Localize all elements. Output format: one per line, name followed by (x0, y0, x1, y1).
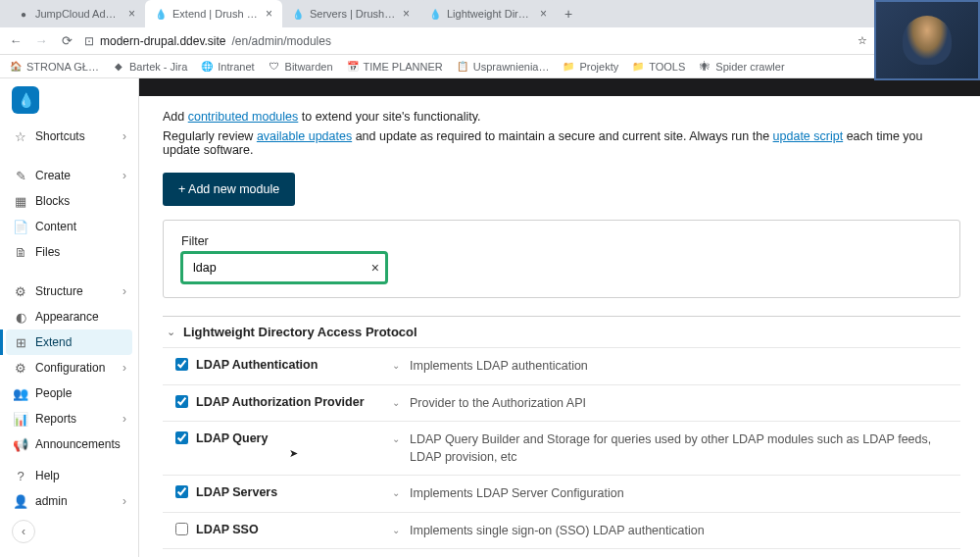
sidebar-item-shortcuts[interactable]: ☆Shortcuts (6, 124, 132, 149)
bookmark-icon: 🛡 (269, 61, 280, 73)
main-content: Add contributed modules to extend your s… (139, 78, 980, 557)
bookmark[interactable]: ◆Bartek - Jira (113, 61, 187, 73)
file-icon: 🗎 (14, 245, 27, 259)
sidebar-collapse-button[interactable]: ‹ (12, 520, 35, 543)
bookmark-icon: 🏠 (10, 61, 22, 73)
browser-tab[interactable]: 💧 Lightweight Directory A × (419, 0, 557, 27)
bookmark[interactable]: 📅TIME PLANNER (347, 61, 443, 73)
sidebar-label: Shortcuts (35, 129, 85, 143)
module-checkbox[interactable] (175, 523, 188, 535)
tab-title: JumpCloud Admin Port (35, 8, 122, 20)
close-icon[interactable]: × (403, 7, 410, 21)
sidebar-label: Create (35, 169, 71, 182)
bookmark-icon: ◆ (113, 61, 124, 73)
module-row: LDAP Query ⌄ LDAP Query Builder and Stor… (163, 421, 960, 475)
sidebar-item-content[interactable]: 📄Content (6, 214, 132, 239)
module-description: LDAP Query Builder and Storage for queri… (410, 430, 956, 466)
bookmark-icon: 🌐 (201, 61, 213, 73)
sidebar-item-configuration[interactable]: ⚙Configuration (6, 355, 132, 380)
tab-favicon: ● (18, 8, 29, 20)
url-bar[interactable]: ⊡ modern-drupal.ddev.site/en/admin/modul… (84, 34, 845, 48)
contributed-modules-link[interactable]: contributed modules (188, 110, 299, 124)
bookmark[interactable]: 📁Projekty (563, 61, 618, 73)
bookmark[interactable]: 🛡Bitwarden (269, 61, 333, 73)
reload-button[interactable]: ⟳ (59, 33, 74, 49)
chevron-down-icon[interactable]: ⌄ (392, 484, 410, 498)
site-info-icon[interactable]: ⊡ (84, 34, 94, 48)
bookmark-label: TIME PLANNER (364, 61, 443, 73)
bookmark-label: Bartek - Jira (129, 61, 187, 73)
module-row: LDAP SSO Auth ⌄ This is the LDAP SSO Aut… (163, 548, 960, 557)
group-header[interactable]: ⌄ Lightweight Directory Access Protocol (163, 316, 960, 347)
available-updates-link[interactable]: available updates (257, 129, 352, 143)
sidebar-item-blocks[interactable]: ▦Blocks (6, 188, 132, 214)
bookmark[interactable]: 📋Usprawnienia… (457, 61, 550, 73)
help-icon: ? (14, 469, 27, 482)
browser-tab[interactable]: 💧 Servers | Drush Site-Ins × (282, 0, 419, 27)
sidebar-item-help[interactable]: ?Help (6, 463, 132, 488)
page-banner (139, 78, 980, 96)
module-checkbox[interactable] (175, 431, 188, 444)
sidebar-label: admin (35, 494, 68, 508)
new-tab-button[interactable]: + (557, 6, 580, 22)
module-name: LDAP SSO (196, 522, 392, 536)
announce-icon: 📢 (14, 437, 27, 451)
filter-card: Filter × (163, 220, 960, 298)
close-icon[interactable]: × (266, 7, 272, 21)
bookmark[interactable]: 📁TOOLS (632, 61, 685, 73)
sidebar-label: Reports (35, 412, 76, 426)
sidebar-item-people[interactable]: 👥People (6, 380, 132, 406)
sidebar-item-create[interactable]: ✎Create (6, 163, 132, 188)
sidebar-item-structure[interactable]: ⚙Structure (6, 278, 132, 304)
bookmark[interactable]: 🏠STRONA GŁ… (10, 61, 99, 73)
bookmark-icon: 📁 (632, 61, 644, 73)
extend-icon: ⊞ (14, 335, 27, 349)
tab-title: Lightweight Directory A (447, 8, 534, 20)
bookmarks-bar: 🏠STRONA GŁ… ◆Bartek - Jira 🌐Intranet 🛡Bi… (0, 55, 980, 78)
browser-tab[interactable]: ● JumpCloud Admin Port × (8, 0, 145, 27)
module-checkbox[interactable] (175, 485, 188, 498)
module-description: Implements single sign-on (SSO) LDAP aut… (410, 522, 956, 540)
module-row: LDAP SSO ⌄ Implements single sign-on (SS… (163, 512, 960, 549)
chevron-down-icon[interactable]: ⌄ (392, 357, 410, 371)
sidebar-item-appearance[interactable]: ◐Appearance (6, 304, 132, 329)
close-icon[interactable]: × (128, 7, 135, 21)
update-script-link[interactable]: update script (773, 129, 844, 143)
sidebar-item-admin[interactable]: 👤admin (6, 488, 132, 514)
back-button[interactable]: ← (8, 33, 24, 49)
bookmark-icon: 📅 (347, 61, 359, 73)
bookmark-label: TOOLS (649, 61, 685, 73)
bookmark[interactable]: 🌐Intranet (201, 61, 254, 73)
chevron-down-icon[interactable]: ⌄ (392, 394, 410, 408)
add-new-module-button[interactable]: + Add new module (163, 173, 295, 206)
bookmark[interactable]: 🕷Spider crawler (699, 61, 784, 73)
intro-text-2: Regularly review available updates and u… (163, 129, 960, 157)
close-icon[interactable]: × (540, 7, 547, 21)
star-icon: ☆ (14, 129, 27, 143)
filter-input[interactable] (181, 252, 387, 283)
app-container: 💧 ☆Shortcuts ✎Create ▦Blocks 📄Content 🗎F… (0, 78, 980, 557)
webcam-overlay (874, 0, 980, 80)
module-name: LDAP Servers (196, 484, 392, 499)
star-icon[interactable]: ☆ (855, 33, 870, 49)
tab-title: Extend | Drush Site-Ins (172, 8, 260, 20)
sidebar-item-files[interactable]: 🗎Files (6, 239, 132, 265)
module-checkbox[interactable] (175, 358, 188, 371)
module-description: Implements LDAP authentication (410, 357, 956, 376)
sidebar-item-extend[interactable]: ⊞Extend (6, 329, 132, 355)
chevron-down-icon[interactable]: ⌄ (392, 522, 410, 535)
module-checkbox[interactable] (175, 395, 188, 408)
module-name: LDAP Authentication (196, 357, 392, 372)
tab-favicon: 💧 (429, 8, 441, 20)
drupal-logo[interactable]: 💧 (12, 86, 39, 114)
group-title: Lightweight Directory Access Protocol (183, 325, 417, 339)
forward-button[interactable]: → (33, 33, 49, 49)
sidebar-item-reports[interactable]: 📊Reports (6, 406, 132, 431)
structure-icon: ⚙ (14, 284, 27, 298)
clear-filter-icon[interactable]: × (371, 260, 379, 276)
browser-tab-active[interactable]: 💧 Extend | Drush Site-Ins × (145, 0, 282, 27)
chevron-down-icon[interactable]: ⌄ (392, 430, 410, 444)
sidebar-item-announcements[interactable]: 📢Announcements (6, 431, 132, 457)
sidebar-label: Files (35, 245, 60, 259)
bookmark-label: STRONA GŁ… (26, 61, 99, 73)
